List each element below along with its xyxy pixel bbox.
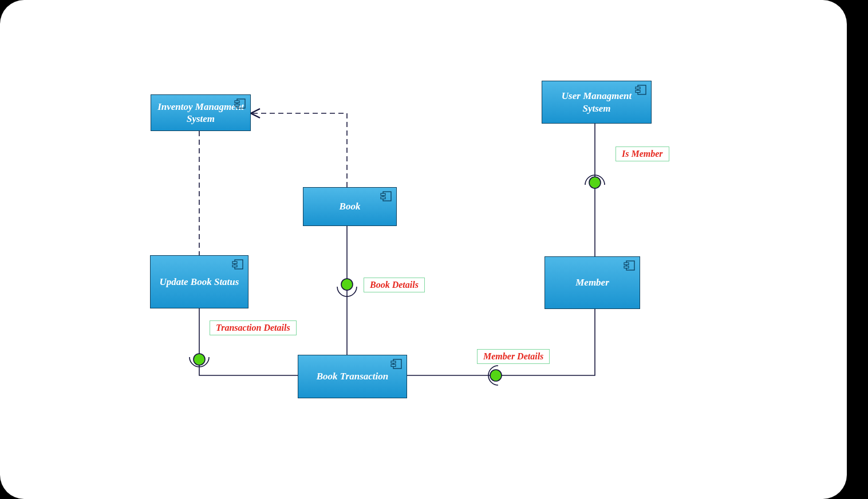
svg-rect-16 [624, 263, 629, 265]
ball-is-member [589, 177, 601, 188]
svg-rect-3 [383, 192, 391, 201]
svg-rect-6 [235, 260, 243, 269]
svg-rect-17 [624, 266, 629, 268]
svg-rect-12 [638, 85, 646, 94]
component-label: Book [340, 200, 361, 212]
component-book-transaction[interactable]: Book Transaction [298, 355, 407, 398]
svg-rect-14 [636, 90, 640, 93]
svg-rect-10 [391, 361, 396, 363]
diagram-canvas: Inventoy Managment System Book Update Bo… [0, 0, 847, 499]
svg-rect-2 [235, 104, 239, 106]
svg-rect-13 [636, 87, 640, 89]
svg-rect-0 [237, 99, 245, 108]
interface-label-is-member: Is Member [616, 146, 669, 161]
svg-rect-9 [393, 359, 401, 369]
svg-rect-11 [391, 365, 396, 367]
component-update-book-status[interactable]: Update Book Status [150, 255, 248, 308]
connector-layer [0, 0, 847, 499]
ball-member-details [490, 370, 502, 381]
socket-is-member [585, 175, 605, 185]
component-member[interactable]: Member [545, 256, 640, 309]
svg-rect-5 [381, 197, 385, 199]
svg-rect-7 [232, 262, 237, 264]
component-book[interactable]: Book [303, 187, 397, 226]
svg-rect-8 [232, 265, 237, 267]
component-label: User Managment Sytsem [548, 90, 645, 114]
interface-label-member-details: Member Details [477, 349, 550, 364]
component-icon [635, 85, 646, 95]
component-user-management-system[interactable]: User Managment Sytsem [542, 81, 652, 124]
component-icon [390, 359, 402, 369]
socket-member-details [488, 366, 498, 385]
component-icon [234, 98, 246, 109]
component-inventory-management-system[interactable]: Inventoy Managment System [151, 94, 251, 131]
component-label: Inventoy Managment System [157, 101, 244, 125]
interface-label-transaction-details: Transaction Details [210, 320, 297, 335]
ball-transaction-details [194, 354, 205, 365]
component-label: Update Book Status [160, 276, 239, 288]
svg-rect-15 [626, 261, 634, 270]
component-icon [380, 191, 392, 201]
ball-book-details [341, 279, 353, 290]
svg-rect-4 [381, 193, 385, 196]
svg-rect-1 [235, 101, 239, 103]
connector-booktransaction-member [407, 309, 595, 375]
dependency-book-inventory [251, 113, 347, 187]
component-icon [624, 260, 635, 271]
socket-transaction-details [190, 357, 209, 367]
component-icon [232, 259, 243, 270]
connector-updatebook-booktransaction [199, 308, 298, 375]
interface-label-book-details: Book Details [364, 278, 425, 292]
component-label: Member [575, 276, 609, 288]
component-label: Book Transaction [317, 370, 388, 382]
socket-book-details [337, 287, 357, 296]
